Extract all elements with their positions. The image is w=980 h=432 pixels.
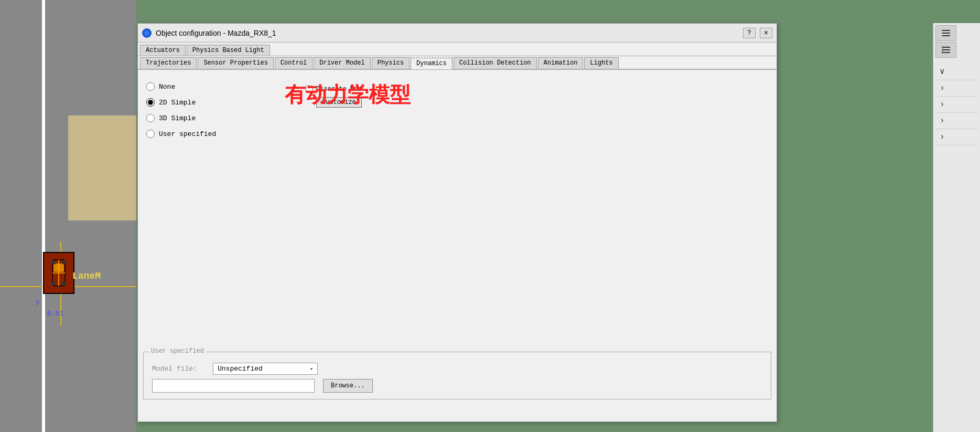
map-background: LaneM y 0.51 [0,0,136,432]
chevron-right-3[interactable]: › [935,113,978,129]
close-button[interactable]: × [760,28,772,38]
svg-point-17 [942,46,944,48]
dialog-titlebar: Object configuration - Mazda_RX8_1 ? × [138,24,777,43]
dialog-app-icon [142,28,152,38]
file-path-row: Browse... [152,379,762,393]
svg-rect-8 [942,30,950,31]
dropdown-arrow-icon: ▾ [310,366,313,372]
checkbox-discrete-mod[interactable]: Discrete Mod... [306,86,373,93]
tab-control[interactable]: Control [275,57,313,69]
section-legend: User specified [149,347,206,355]
svg-point-4 [51,281,56,286]
chevron-down[interactable]: ∨ [935,63,978,80]
right-panel-icons: ∨ › › › › [933,23,980,147]
list-icon-1 [941,28,951,38]
chevron-right-1[interactable]: › [935,80,978,97]
tab-sensor-properties[interactable]: Sensor Properties [198,57,273,69]
svg-point-2 [51,260,56,265]
sand-area [68,115,136,220]
list-icon-2 [941,45,951,55]
radio-none-input[interactable] [146,82,155,91]
radio-none[interactable]: None [146,82,768,91]
tab-dynamics[interactable]: Dynamics [411,58,453,69]
dropdown-value: Unspecified [218,365,263,373]
checkbox-discrete-mod-input[interactable] [306,86,313,93]
svg-rect-9 [942,33,950,34]
customize-button-wrapper: Customize [306,97,373,108]
dialog-content: None 2D Simple 3D Simple User specified … [138,70,777,415]
tab-collision-detection[interactable]: Collision Detection [454,57,537,69]
y-axis-label: y [36,298,40,306]
tab-row-2: Trajectories Sensor Properties Control D… [138,56,777,70]
model-file-row: Model file: Unspecified ▾ [152,363,762,375]
svg-rect-13 [942,35,943,36]
tab-physics[interactable]: Physics [372,57,410,69]
radio-2d-simple-label: 2D Simple [159,99,196,107]
tab-row-1: Actuators Physics Based Light [138,43,777,56]
chevron-right-4[interactable]: › [935,129,978,145]
radio-3d-simple[interactable]: 3D Simple [146,114,768,122]
tab-actuators[interactable]: Actuators [140,45,186,56]
radio-user-specified-input[interactable] [146,130,155,138]
svg-point-18 [942,49,944,51]
help-button[interactable]: ? [743,28,756,38]
tab-physics-based-light[interactable]: Physics Based Light [187,45,270,56]
right-chevrons: ∨ › › › › [935,63,978,145]
lane-marker-label: LaneM [72,271,101,281]
radio-user-specified[interactable]: User specified [146,130,768,138]
dialog-title: Object configuration - Mazda_RX8_1 [156,29,739,37]
customize-button[interactable]: Customize [316,97,362,108]
dynamics-radio-group: None 2D Simple 3D Simple User specified [146,82,768,138]
svg-point-5 [62,281,66,286]
checkbox-area: Discrete Mod... Customize [306,86,373,108]
svg-point-3 [62,260,66,265]
chevron-right-2[interactable]: › [935,97,978,113]
tab-lights[interactable]: Lights [584,57,618,69]
svg-rect-12 [942,33,943,34]
right-panel: ∨ › › › › [933,23,980,432]
radio-2d-simple-input[interactable] [146,98,155,107]
model-file-dropdown[interactable]: Unspecified ▾ [213,363,318,375]
radio-user-specified-label: User specified [159,130,216,138]
browse-button[interactable]: Browse... [323,379,373,393]
file-path-input[interactable] [152,379,315,393]
model-file-label: Model file: [152,365,204,373]
road-line [42,0,45,432]
user-specified-section: User specified Model file: Unspecified ▾… [143,352,771,399]
tab-trajectories[interactable]: Trajectories [140,57,197,69]
car-icon [43,252,74,294]
svg-rect-10 [942,35,950,36]
right-icon-list-1[interactable] [935,25,956,41]
tab-driver-model[interactable]: Driver Model [314,57,370,69]
object-configuration-dialog: Object configuration - Mazda_RX8_1 ? × A… [137,23,777,422]
coord-label: 0.51 [47,310,63,318]
checkbox-discrete-mod-label: Discrete Mod... [316,86,373,93]
radio-3d-simple-input[interactable] [146,114,155,122]
radio-none-label: None [159,83,175,91]
radio-2d-simple[interactable]: 2D Simple [146,98,768,107]
svg-rect-11 [942,30,943,31]
right-icon-list-2[interactable] [935,42,956,58]
radio-3d-simple-label: 3D Simple [159,114,196,122]
svg-point-19 [942,51,944,54]
tab-animation[interactable]: Animation [538,57,584,69]
